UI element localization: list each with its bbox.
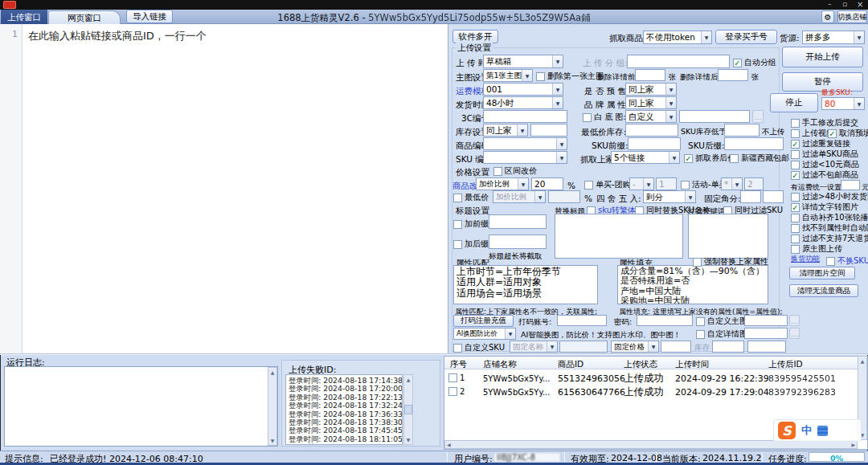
grab-shops-select[interactable]: 5个链接▼: [611, 151, 680, 164]
freight-unified-input[interactable]: [841, 180, 860, 190]
custom-sku-price-input[interactable]: [661, 341, 691, 353]
brand-attr-select[interactable]: 同上家▼: [625, 96, 677, 109]
custom-detail-pic-input[interactable]: [744, 328, 788, 339]
clean-no-traffic-button[interactable]: 清理无流量商品: [789, 284, 858, 297]
activity-single-mode-select[interactable]: *▼: [721, 177, 743, 190]
custom-sku-extra-input[interactable]: [747, 341, 786, 353]
custom-sku-checkbox[interactable]: 自定义SKU: [453, 342, 505, 353]
run-log-box[interactable]: [4, 366, 278, 447]
white-bg-checkbox[interactable]: 白 底 图:: [583, 112, 626, 123]
no-swap-sku-checkbox[interactable]: 不换SKU: [826, 255, 868, 267]
captcha-password-input[interactable]: [637, 315, 693, 326]
token-select[interactable]: 不使用token▼: [643, 31, 712, 44]
white-bg-input[interactable]: [679, 110, 750, 123]
col-header-item-id[interactable]: 商品ID: [558, 359, 583, 370]
custom-main-pic-browse-button[interactable]: …: [789, 315, 800, 326]
add-suffix-input[interactable]: [489, 235, 547, 249]
scroll-up-icon[interactable]: ▲: [861, 357, 865, 365]
tab-upload-window[interactable]: 上传窗口: [1, 10, 47, 24]
swap-goods-link[interactable]: 换货功能: [791, 254, 820, 264]
sku-prefix-input[interactable]: [628, 137, 681, 150]
cancel-prefill-attr-checkbox[interactable]: ✓取消预填属性: [828, 128, 868, 139]
attr-fill-textarea[interactable]: 成分含量=81%（含）—90%（含） 是否特殊用途=否 产地=中国大陆 采购地=…: [617, 265, 768, 304]
captcha-account-input[interactable]: [557, 315, 607, 326]
custom-sku-stock-input[interactable]: [712, 341, 744, 353]
white-bg-select[interactable]: 自定义▼: [625, 110, 677, 123]
single-group-mode-select[interactable]: -▼: [629, 177, 654, 190]
filter-single-sku-checkbox[interactable]: 过滤单SKU商品: [791, 149, 858, 160]
ime-toolbar[interactable]: S 中: [773, 419, 862, 442]
custom-main-pic-input[interactable]: [744, 315, 788, 326]
col-header-status[interactable]: 上传状态: [624, 359, 657, 370]
white-bg-browse-button[interactable]: …: [752, 110, 764, 123]
filter-keyword-textarea[interactable]: [688, 214, 768, 259]
scroll-up-icon[interactable]: ▲: [407, 375, 411, 384]
captcha-recharge-button[interactable]: 打码注册充值: [453, 315, 514, 327]
freight-template-select[interactable]: 001▼: [483, 83, 563, 96]
min-price-mode-select[interactable]: 加价比例▼: [493, 190, 546, 203]
coupon-price-checkbox[interactable]: ✓抓取券后价: [684, 153, 735, 164]
original-main-pic-checkbox[interactable]: 原主图上传: [791, 243, 842, 255]
stop-button[interactable]: 停止: [770, 93, 818, 112]
main-pic-select[interactable]: 第1张主图▼: [483, 69, 533, 82]
upload-group-input[interactable]: [627, 55, 730, 68]
auto-group-checkbox[interactable]: ✓自动分组: [733, 57, 776, 68]
ai-swap-select[interactable]: AI换图防比价▼: [453, 328, 516, 340]
upload-to-select[interactable]: 草稿箱▼: [483, 55, 563, 68]
item-code-select[interactable]: ▼: [483, 137, 567, 150]
sku-suffix-input[interactable]: [724, 137, 784, 150]
custom-sku-name-input[interactable]: [559, 341, 608, 353]
attr-match-textarea[interactable]: 上市时节=上市年份季节 适用人群=适用对象 适用场合=适用场景: [453, 265, 598, 304]
autofill-10-pics-checkbox[interactable]: 自动补齐10张轮播图: [791, 212, 868, 223]
col-header-index[interactable]: 序号: [450, 359, 467, 370]
sogou-logo-icon[interactable]: S: [778, 422, 796, 439]
range-price-checkbox[interactable]: 区间改价: [493, 165, 537, 177]
ime-chinese-mode-icon[interactable]: 中: [801, 423, 812, 438]
filter-duplicate-link-checkbox[interactable]: ✓过滤重复链接: [791, 138, 850, 149]
import-link-button[interactable]: 导入链接: [126, 10, 173, 23]
replace-title-textarea[interactable]: [555, 214, 683, 259]
max-sku-select[interactable]: 80▼: [821, 97, 865, 110]
delete-detail-back-input[interactable]: [718, 69, 748, 81]
clean-image-space-button[interactable]: 清理图片空间: [789, 267, 855, 279]
ime-tools-icon[interactable]: [817, 426, 828, 436]
col-header-shop[interactable]: 店铺名称: [483, 359, 517, 370]
gear-icon[interactable]: ⚙: [821, 10, 834, 23]
add-prefix-input[interactable]: [489, 214, 547, 229]
sku-stock-below-input[interactable]: [724, 124, 760, 137]
close-button[interactable]: ×: [857, 0, 863, 9]
fixed-cents-input-2[interactable]: [763, 190, 784, 203]
add-prefix-checkbox[interactable]: 加前缀: [453, 218, 489, 230]
multi-open-button[interactable]: 软件多开: [452, 30, 498, 43]
force-replace-attr-checkbox[interactable]: 强制替换上家属性: [693, 256, 768, 267]
row-checkbox[interactable]: 1: [448, 373, 465, 382]
add-suffix-checkbox[interactable]: 加后缀: [453, 239, 489, 250]
scroll-up-icon[interactable]: ▲: [271, 368, 275, 377]
presale-select[interactable]: 同上家▼: [625, 83, 677, 96]
col-header-time[interactable]: 上传时间: [675, 359, 709, 370]
fixed-cents-input-1[interactable]: [740, 190, 761, 203]
ship-time-select[interactable]: 48小时▼: [483, 96, 563, 109]
scrollbar-thumb[interactable]: [404, 405, 412, 414]
filter-no-7day-return-checkbox[interactable]: 过滤不支持7天退货商品: [791, 233, 868, 244]
custom-sku-name-select[interactable]: 固定名称▼: [510, 341, 558, 353]
item-reprice-mode-select[interactable]: 加价比例▼: [476, 177, 529, 190]
scroll-left-icon[interactable]: ◀: [445, 442, 452, 447]
custom-sku-price-select[interactable]: 固定价格▼: [611, 341, 659, 353]
stock-input[interactable]: [530, 124, 567, 137]
link-editor[interactable]: [0, 24, 448, 353]
login-buyer-button[interactable]: 登录买手号: [715, 30, 777, 44]
c3-code-input[interactable]: [483, 110, 567, 123]
fail-id-list[interactable]: 登录时间: 2024-08-18 17:14:38 登录时间: 2024-08-…: [285, 374, 403, 445]
source-select[interactable]: 拼多多▼: [802, 31, 865, 44]
activity-single-input[interactable]: 2: [744, 177, 764, 190]
minimize-button[interactable]: –: [828, 0, 832, 8]
maximize-button[interactable]: ▫: [842, 0, 847, 8]
min-price-input[interactable]: [548, 190, 580, 203]
scroll-down-icon[interactable]: ▼: [271, 436, 275, 445]
manual-submit-checkbox[interactable]: 手工修改后提交: [791, 117, 858, 128]
col-header-after-id[interactable]: 上传后ID: [768, 359, 803, 370]
tab-web-window[interactable]: 网页窗口: [48, 10, 121, 24]
filter-no-free-ship-checkbox[interactable]: ✓过滤不包邮商品: [791, 169, 858, 181]
switch-shop-button[interactable]: 切换店铺: [837, 10, 867, 23]
